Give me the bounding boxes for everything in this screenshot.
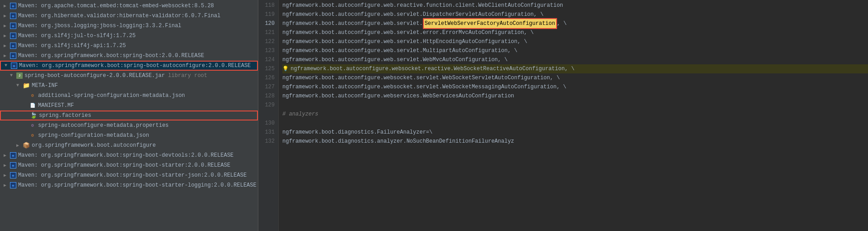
tree-item-maven-starter-json[interactable]: m Maven: org.springframework.boot:spring… (0, 170, 258, 180)
tree-item-maven-spring-boot-autoconfigure[interactable]: m Maven: org.springframework.boot:spring… (0, 61, 258, 71)
tree-label: spring-configuration-metadata.json (38, 132, 149, 139)
maven-icon: m (10, 172, 16, 178)
tree-label: Maven: org.springframework.boot:spring-b… (18, 152, 233, 159)
line-number (258, 110, 275, 119)
tree-item-maven-devtools[interactable]: m Maven: org.springframework.boot:spring… (0, 150, 258, 160)
code-text: ngframework.boot.autoconfigure.web.servl… (282, 37, 527, 46)
tree-item-maven-tomcat[interactable]: m Maven: org.apache.tomcat.embed:tomcat-… (0, 1, 258, 11)
line-number: 122 (258, 37, 275, 46)
code-line-131: ngframework.boot.diagnostics.FailureAnal… (282, 128, 868, 137)
tree-item-jar-autoconfigure[interactable]: J spring-boot-autoconfigure-2.0.0.RELEAS… (0, 71, 258, 81)
code-line-121: ngframework.boot.autoconfigure.web.servl… (282, 28, 868, 37)
maven-icon: m (10, 33, 16, 39)
code-line-123: ngframework.boot.autoconfigure.web.servl… (282, 46, 868, 55)
line-number: 119 (258, 10, 275, 19)
arrow-icon (4, 43, 9, 48)
line-numbers: 118 119 120 121 122 123 124 125 126 127 … (258, 0, 279, 231)
tree-item-spring-factories[interactable]: 🍃 spring.factories (0, 111, 258, 120)
arrow-icon (4, 163, 9, 168)
tree-label: Maven: org.hibernate.validator:hibernate… (18, 13, 220, 19)
tree-item-maven-slf4j-api[interactable]: m Maven: org.slf4j:slf4j-api:1.7.25 (0, 41, 258, 51)
code-line-118: ngframework.boot.autoconfigure.web.react… (282, 1, 868, 10)
line-number: 125 (258, 64, 275, 73)
spring-icon: 🍃 (30, 112, 37, 119)
maven-icon: m (10, 3, 16, 9)
code-text: ngframework.boot.autoconfigure.web.servl… (282, 10, 543, 19)
maven-icon: m (10, 152, 16, 159)
arrow-icon (10, 73, 15, 78)
tree-item-maven-slf4j-jul[interactable]: m Maven: org.slf4j:jul-to-slf4j:1.7.25 (0, 31, 258, 41)
code-text: ngframework.boot.diagnostics.analyzer.No… (282, 137, 514, 146)
tree-item-org-springframework[interactable]: 📦 org.springframework.boot.autoconfigure (0, 140, 258, 150)
code-text: ngframework.boot.autoconfigure.web.servl… (282, 55, 508, 64)
line-number: 127 (258, 82, 275, 91)
arrow-icon (5, 63, 10, 68)
tree-item-maven-starter[interactable]: m Maven: org.springframework.boot:spring… (0, 160, 258, 170)
line-number: 120 (258, 19, 275, 28)
code-text: ngframework.boot.autoconfigure.websocket… (282, 82, 567, 91)
code-comment: # analyzers (282, 110, 318, 119)
tree-label: org.springframework.boot.autoconfigure (32, 142, 156, 149)
file-tree-panel: m Maven: org.apache.tomcat.embed:tomcat-… (0, 0, 258, 231)
package-icon: 📦 (23, 142, 30, 149)
code-line-126: ngframework.boot.autoconfigure.websocket… (282, 73, 868, 82)
code-line-125: 💡ngframework.boot.autoconfigure.websocke… (282, 64, 868, 73)
maven-icon: m (10, 13, 16, 19)
tree-item-maven-starter-logging[interactable]: m Maven: org.springframework.boot:spring… (0, 180, 258, 190)
code-line-119: ngframework.boot.autoconfigure.web.servl… (282, 10, 868, 19)
code-line-132: ngframework.boot.diagnostics.analyzer.No… (282, 137, 868, 146)
line-number: 124 (258, 55, 275, 64)
tree-item-manifest[interactable]: 📄 MANIFEST.MF (0, 101, 258, 111)
line-number: 128 (258, 91, 275, 101)
arrow-icon (4, 13, 9, 19)
properties-icon: ⚙ (29, 122, 36, 129)
tree-container: m Maven: org.apache.tomcat.embed:tomcat-… (0, 0, 258, 231)
tree-item-maven-jboss[interactable]: m Maven: org.jboss.logging:jboss-logging… (0, 21, 258, 31)
tree-item-maven-spring-boot[interactable]: m Maven: org.springframework.boot:spring… (0, 51, 258, 61)
tree-label: Maven: org.springframework.boot:spring-b… (18, 162, 230, 168)
code-text: ngframework.boot.autoconfigure.websocket… (282, 73, 560, 82)
arrow-icon (4, 173, 9, 178)
maven-icon: m (10, 23, 16, 29)
code-line-120: ngframework.boot.autoconfigure.web.servl… (282, 19, 868, 28)
tree-item-additional-spring-config[interactable]: ⚙ additional-spring-configuration-metada… (0, 91, 258, 101)
line-number: 121 (258, 28, 275, 37)
tree-label: Maven: org.jboss.logging:jboss-logging:3… (18, 23, 181, 29)
code-text: ngframework.boot.autoconfigure.webservic… (282, 91, 514, 101)
tree-label: spring.factories (39, 112, 91, 119)
arrow-icon (4, 183, 9, 188)
maven-icon: m (10, 53, 16, 59)
tree-item-spring-autoconfigure-metadata[interactable]: ⚙ spring-autoconfigure-metadata.properti… (0, 120, 258, 130)
code-line-122: ngframework.boot.autoconfigure.web.servl… (282, 37, 868, 46)
arrow-icon (4, 33, 9, 38)
tree-label: spring-autoconfigure-metadata.properties (38, 122, 169, 129)
manifest-icon: 📄 (29, 102, 36, 109)
arrow-icon (16, 143, 22, 148)
code-container: 118 119 120 121 122 123 124 125 126 127 … (258, 0, 868, 231)
arrow-icon (16, 83, 22, 88)
code-text: ngframework.boot.autoconfigure.web.servl… (282, 46, 517, 55)
code-content: ngframework.boot.autoconfigure.web.react… (279, 0, 868, 231)
line-number: 126 (258, 73, 275, 82)
code-text: ngframework.boot.autoconfigure.websocket… (291, 64, 575, 73)
json2-icon: ⚙ (29, 132, 36, 139)
folder-icon: 📁 (23, 82, 30, 89)
arrow-icon (4, 53, 9, 58)
maven-icon: m (10, 162, 16, 168)
tree-item-spring-config-metadata[interactable]: ⚙ spring-configuration-metadata.json (0, 130, 258, 140)
tree-item-meta-inf[interactable]: 📁 META-INF (0, 81, 258, 91)
code-line-comment-analyzers: # analyzers (282, 110, 868, 119)
code-text: ngframework.boot.diagnostics.FailureAnal… (282, 128, 432, 137)
highlighted-class-name: ServletWebServerFactoryAutoConfiguration (423, 18, 557, 29)
line-number: 131 (258, 128, 275, 137)
tree-item-maven-hibernate[interactable]: m Maven: org.hibernate.validator:hiberna… (0, 11, 258, 21)
tree-label: Maven: org.springframework.boot:spring-b… (18, 53, 204, 59)
tree-label: Maven: org.slf4j:slf4j-api:1.7.25 (18, 43, 126, 49)
maven-icon: m (10, 43, 16, 49)
line-number: 123 (258, 46, 275, 55)
code-line-127: ngframework.boot.autoconfigure.websocket… (282, 82, 868, 91)
line-number: 132 (258, 137, 275, 146)
tree-label: Maven: org.slf4j:jul-to-slf4j:1.7.25 (18, 33, 136, 39)
tree-label: MANIFEST.MF (38, 102, 74, 109)
tree-label-library: library root (168, 72, 207, 79)
